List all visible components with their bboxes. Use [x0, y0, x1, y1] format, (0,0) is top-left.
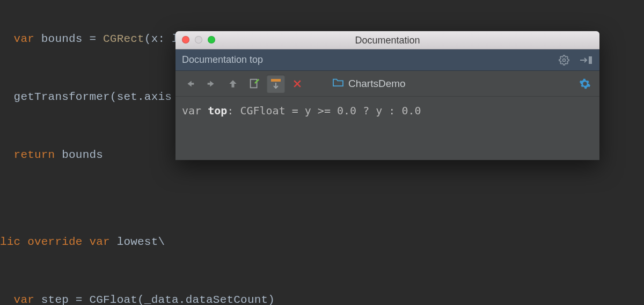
- subheader-title: Documentation top: [182, 54, 263, 66]
- minimize-window-button[interactable]: [195, 36, 202, 43]
- folder-icon: [332, 77, 344, 90]
- op: =: [89, 33, 103, 45]
- ident: lowest\: [110, 236, 165, 248]
- svg-rect-4: [271, 79, 281, 82]
- code-text: getTransformer(set.axis: [0, 91, 172, 103]
- indent: [0, 294, 14, 305]
- nav-forward-button[interactable]: [202, 75, 221, 93]
- window-title: Documentation: [175, 31, 599, 49]
- doc-var-keyword: var: [182, 104, 208, 117]
- keyword-var: var: [89, 236, 109, 248]
- doc-signature: : CGFloat = y >= 0.0 ? y : 0.0: [227, 104, 421, 117]
- doc-symbol-name: top: [208, 104, 227, 117]
- documentation-content: var top: CGFloat = y >= 0.0 ? y : 0.0: [175, 97, 599, 125]
- sp: [83, 236, 90, 248]
- keyword-var: var: [14, 33, 34, 45]
- project-name: ChartsDemo: [348, 78, 406, 90]
- dock-icon[interactable]: [579, 55, 593, 65]
- keyword-var: var: [14, 294, 34, 305]
- nav-up-button[interactable]: [224, 75, 242, 93]
- ident: bounds: [55, 149, 103, 161]
- documentation-popup[interactable]: Documentation Documentation top: [175, 31, 599, 160]
- ident: bounds: [34, 33, 89, 45]
- indent: [0, 33, 14, 45]
- svg-rect-3: [251, 79, 257, 88]
- popup-subheader: Documentation top: [175, 49, 599, 71]
- close-button[interactable]: [288, 75, 306, 93]
- svg-rect-2: [589, 56, 592, 64]
- indent: [0, 149, 14, 161]
- keyword-return: return: [14, 149, 55, 161]
- settings-gear-icon[interactable]: [559, 55, 569, 66]
- traffic-lights: [182, 36, 215, 43]
- zoom-window-button[interactable]: [208, 36, 215, 43]
- edit-source-button[interactable]: [245, 75, 264, 93]
- close-window-button[interactable]: [182, 36, 189, 43]
- type-cgrect: CGRect: [103, 33, 144, 45]
- svg-point-0: [563, 59, 566, 61]
- popup-toolbar: ChartsDemo: [175, 71, 599, 97]
- code-text: step = CGFloat(_data.dataSetCount): [34, 294, 275, 305]
- nav-back-button[interactable]: [181, 75, 199, 93]
- project-breadcrumb[interactable]: ChartsDemo: [332, 77, 406, 90]
- keyword-override: override: [27, 236, 82, 248]
- settings-button[interactable]: [576, 75, 594, 93]
- keyword: lic: [0, 236, 27, 248]
- window-titlebar[interactable]: Documentation: [175, 31, 599, 49]
- auto-scroll-button[interactable]: [267, 75, 285, 93]
